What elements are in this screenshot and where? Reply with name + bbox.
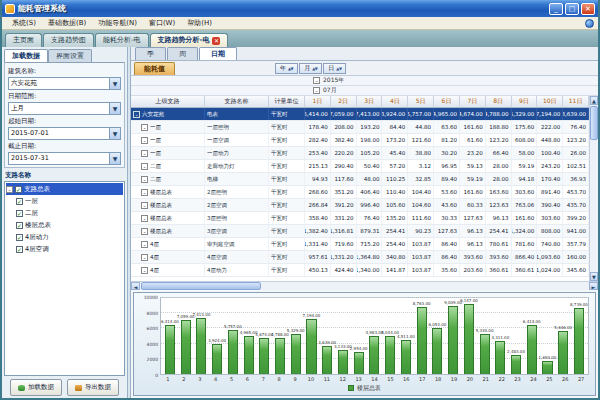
chart-bar[interactable] bbox=[432, 328, 442, 374]
table-row[interactable]: -4层4层动力千瓦时450.13424.401,340.00141.87103.… bbox=[131, 264, 589, 277]
table-row[interactable]: -六安花苑电表千瓦时6,414.007,059.007,413.003,924.… bbox=[131, 108, 589, 121]
tree-expand-icon[interactable]: - bbox=[141, 267, 148, 274]
chart-bar[interactable] bbox=[306, 319, 316, 374]
chart-bar[interactable] bbox=[527, 325, 537, 374]
menu-item[interactable]: 功能导航(N) bbox=[92, 17, 143, 29]
chart-bar[interactable] bbox=[244, 336, 254, 374]
menu-item[interactable]: 基础数据(B) bbox=[42, 17, 92, 29]
chart-bar[interactable] bbox=[275, 338, 285, 374]
tree-item[interactable]: ✓一层 bbox=[6, 195, 123, 207]
load-data-button[interactable]: 加载数据 bbox=[10, 379, 62, 396]
tree-item-root[interactable]: -✓支路总表 bbox=[6, 183, 123, 195]
chart-bar[interactable] bbox=[495, 341, 505, 374]
chart-bar[interactable] bbox=[480, 334, 490, 375]
tree-item[interactable]: ✓4层动力 bbox=[6, 231, 123, 243]
period-tab[interactable]: 日期 bbox=[199, 47, 237, 60]
column-header-day[interactable]: 2日 bbox=[331, 96, 357, 107]
table-row[interactable]: -二层电梯千瓦时94.93117.6048.00110.2532.8589.40… bbox=[131, 173, 589, 186]
sidebar-tab[interactable]: 界面设置 bbox=[48, 49, 92, 62]
column-header[interactable]: 支路名称 bbox=[205, 96, 269, 107]
tree-expand-icon[interactable]: - bbox=[141, 137, 148, 144]
column-header-day[interactable]: 5日 bbox=[408, 96, 434, 107]
date-unit-button[interactable]: 年▲▼ bbox=[275, 63, 298, 74]
column-group-row[interactable]: -2015年 bbox=[131, 76, 598, 86]
period-tab[interactable]: 季 bbox=[135, 47, 166, 60]
column-header-day[interactable]: 4日 bbox=[382, 96, 408, 107]
column-header-day[interactable]: 1日 bbox=[305, 96, 331, 107]
chart-bar[interactable] bbox=[417, 307, 427, 374]
tree-checkbox[interactable]: ✓ bbox=[16, 198, 23, 205]
date-range-select[interactable]: 上月▼ bbox=[8, 102, 121, 115]
tree-expand-icon[interactable]: - bbox=[141, 189, 148, 196]
chart-bar[interactable] bbox=[228, 330, 238, 374]
close-button[interactable]: ✕ bbox=[581, 3, 595, 15]
vertical-scroll-thumb[interactable] bbox=[590, 106, 598, 140]
tree-expand-icon[interactable]: - bbox=[141, 241, 148, 248]
column-group-row[interactable]: -07月 bbox=[131, 86, 598, 96]
tree-checkbox[interactable]: ✓ bbox=[16, 234, 23, 241]
column-header-day[interactable]: 8日 bbox=[486, 96, 512, 107]
chart-bar[interactable] bbox=[354, 352, 364, 374]
tree-item[interactable]: ✓楼层总表 bbox=[6, 219, 123, 231]
chart-bar[interactable] bbox=[542, 361, 552, 374]
menu-item[interactable]: 帮助(H) bbox=[181, 17, 218, 29]
group-collapse-icon[interactable]: - bbox=[313, 77, 320, 84]
tree-checkbox[interactable]: ✓ bbox=[15, 186, 22, 193]
tab-close-icon[interactable]: ✕ bbox=[212, 37, 220, 45]
tree-checkbox[interactable]: ✓ bbox=[16, 246, 23, 253]
table-row[interactable]: -一层一层照明千瓦时178.40208.00193.2084.4044.8063… bbox=[131, 121, 589, 134]
dropdown-arrow-icon[interactable]: ▼ bbox=[109, 128, 120, 139]
tree-checkbox[interactable]: ✓ bbox=[16, 210, 23, 217]
horizontal-scroll-thumb[interactable] bbox=[141, 282, 261, 290]
chart-bar[interactable] bbox=[401, 340, 411, 374]
chart-bar[interactable] bbox=[464, 304, 474, 374]
column-header-day[interactable]: 7日 bbox=[460, 96, 486, 107]
column-header-day[interactable]: 9日 bbox=[512, 96, 538, 107]
dropdown-arrow-icon[interactable]: ▼ bbox=[109, 153, 120, 164]
scroll-down-icon[interactable]: ▼ bbox=[590, 272, 598, 281]
dropdown-arrow-icon[interactable]: ▼ bbox=[109, 103, 120, 114]
chart-bar[interactable] bbox=[558, 331, 568, 374]
column-header[interactable]: 计量单位 bbox=[269, 96, 305, 107]
tree-expand-icon[interactable]: - bbox=[141, 254, 148, 261]
column-header-day[interactable]: 10日 bbox=[537, 96, 563, 107]
chart-bar[interactable] bbox=[511, 355, 521, 374]
vertical-scrollbar[interactable]: ▲ ▼ bbox=[589, 96, 598, 281]
tree-expand-icon[interactable]: - bbox=[141, 202, 148, 209]
table-row[interactable]: -楼层总表3层空调千瓦时1,382.401,316.81879.31254.41… bbox=[131, 225, 589, 238]
scroll-up-icon[interactable]: ▲ bbox=[590, 96, 598, 105]
column-header-day[interactable]: 11日 bbox=[563, 96, 589, 107]
chart-bar[interactable] bbox=[181, 320, 191, 374]
sidebar-tab[interactable]: 加载数据 bbox=[4, 49, 48, 62]
dropdown-arrow-icon[interactable]: ▼ bbox=[109, 78, 120, 89]
column-header-day[interactable]: 3日 bbox=[357, 96, 383, 107]
document-tab[interactable]: 支路趋势分析-电✕ bbox=[150, 33, 229, 47]
chart-bar[interactable] bbox=[259, 338, 269, 374]
chart-bar[interactable] bbox=[165, 325, 175, 374]
chart-bar[interactable] bbox=[196, 318, 206, 374]
date-unit-button[interactable]: 月▲▼ bbox=[299, 63, 322, 74]
export-data-button[interactable]: 导出数据 bbox=[67, 379, 119, 396]
chart-bar[interactable] bbox=[291, 334, 301, 375]
tree-item[interactable]: ✓二层 bbox=[6, 207, 123, 219]
tree-expand-icon[interactable]: - bbox=[141, 163, 148, 170]
tree-item[interactable]: ✓4层空调 bbox=[6, 243, 123, 255]
table-row[interactable]: -楼层总表2层照明千瓦时268.60351.20406.40110.40104.… bbox=[131, 186, 589, 199]
end-date-picker[interactable]: 2015-07-31▼ bbox=[8, 152, 121, 165]
period-tab[interactable]: 周 bbox=[167, 47, 198, 60]
tree-expand-icon[interactable]: - bbox=[141, 124, 148, 131]
table-row[interactable]: -一层一层动力千瓦时253.40220.20105.2045.4038.8030… bbox=[131, 147, 589, 160]
document-tab[interactable]: 支路趋势图 bbox=[43, 33, 94, 47]
scroll-left-icon[interactable]: ◄ bbox=[131, 282, 140, 290]
table-row[interactable]: -4层审判庭空调千瓦时1,331.40719.60715.20254.40103… bbox=[131, 238, 589, 251]
tree-expand-icon[interactable]: - bbox=[141, 150, 148, 157]
chart-bar[interactable] bbox=[212, 344, 222, 374]
horizontal-scrollbar[interactable]: ◄ ► bbox=[131, 281, 598, 290]
column-header-day[interactable]: 6日 bbox=[434, 96, 460, 107]
menu-item[interactable]: 系统(S) bbox=[6, 17, 42, 29]
scroll-right-icon[interactable]: ► bbox=[589, 282, 598, 290]
table-row[interactable]: -楼层总表3层照明千瓦时358.40331.2076.40135.20111.6… bbox=[131, 212, 589, 225]
table-row[interactable]: -二层走廊动力灯千瓦时215.13290.4050.4057.203.1296.… bbox=[131, 160, 589, 173]
tree-expand-icon[interactable]: - bbox=[141, 228, 148, 235]
document-tab[interactable]: 主页面 bbox=[5, 33, 42, 47]
